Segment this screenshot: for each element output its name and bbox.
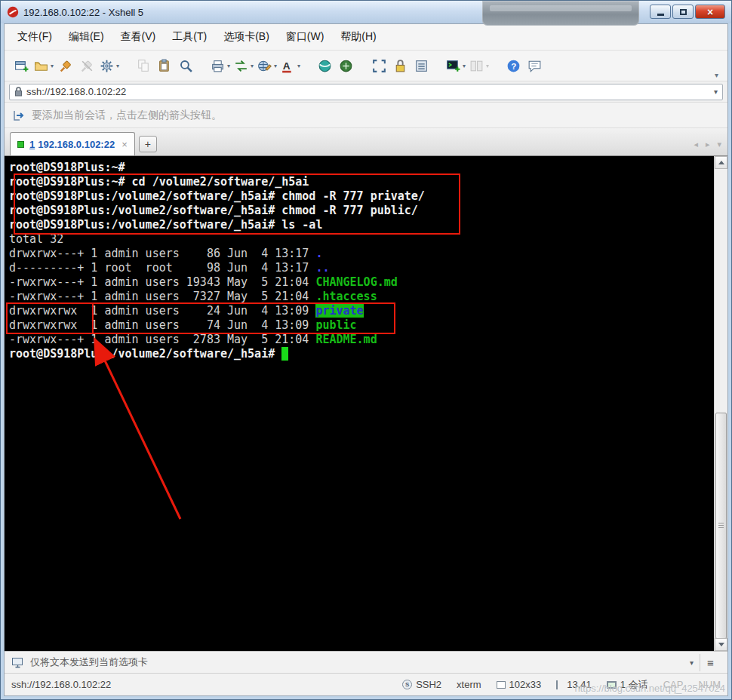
lock-icon xyxy=(14,87,23,97)
open-session-icon[interactable]: ▾ xyxy=(32,54,55,77)
scrollbar-thumb[interactable] xyxy=(715,413,727,639)
toolbar-overflow-icon[interactable]: ▾ xyxy=(712,69,721,81)
disconnect-icon xyxy=(76,54,97,77)
terminal-scrollbar[interactable] xyxy=(714,156,727,651)
fullscreen-icon[interactable] xyxy=(368,54,389,77)
dropdown-arrow-icon[interactable]: ▾ xyxy=(116,63,119,69)
tab-nav-controls: ◂ ▸ ▾ xyxy=(694,140,721,149)
tile-windows-icon: ▾ xyxy=(467,54,491,77)
terminal-line: drwxrwxrwx 1 admin users 74 Jun 4 13:09 … xyxy=(9,318,714,333)
address-dropdown-icon[interactable]: ▾ xyxy=(714,88,718,96)
dropdown-arrow-icon[interactable]: ▾ xyxy=(486,63,489,69)
terminal-text-segment: root@DS918Plus:/volume2/software/_h5ai# … xyxy=(9,189,425,203)
new-terminal-icon[interactable]: ▾ xyxy=(444,54,467,77)
terminal-text-segment: CHANGELOG.md xyxy=(315,275,397,289)
paste-icon[interactable] xyxy=(154,54,175,77)
add-session-arrow-icon[interactable] xyxy=(12,109,26,122)
close-button[interactable]: × xyxy=(695,5,725,19)
minimize-button[interactable] xyxy=(650,5,671,19)
menu-item-0[interactable]: 文件(F) xyxy=(9,27,60,47)
print-icon[interactable]: ▾ xyxy=(208,54,232,77)
new-tab-button[interactable]: + xyxy=(139,136,157,152)
copy-icon xyxy=(133,54,154,77)
sendbar-label: 仅将文本发送到当前选项卡 xyxy=(30,655,148,669)
address-bar-row: ssh://192.168.0.102:22 ▾ xyxy=(5,81,727,103)
dropdown-arrow-icon[interactable]: ▾ xyxy=(251,63,254,69)
tab-scroll-left-icon[interactable]: ◂ xyxy=(694,140,698,149)
feedback-icon[interactable] xyxy=(524,54,545,77)
statusbar-num-lock: NUM xyxy=(698,679,721,690)
scroll-down-button[interactable] xyxy=(715,638,727,651)
statusbar-protocol: S SSH2 xyxy=(402,679,441,690)
statusbar-url: ssh://192.168.0.102:22 xyxy=(11,679,111,690)
terminal-line: root@DS918Plus:/volume2/software/_h5ai# xyxy=(9,347,714,361)
dropdown-arrow-icon[interactable]: ▾ xyxy=(463,63,466,69)
terminal-cursor xyxy=(281,347,288,361)
menu-item-4[interactable]: 选项卡(B) xyxy=(215,27,278,47)
terminal-text-segment: .. xyxy=(315,261,329,275)
tab-index: 1 xyxy=(29,139,35,150)
font-icon[interactable]: A▾ xyxy=(278,54,302,77)
statusbar-caps-lock: CAP xyxy=(663,679,684,690)
statusbar: ssh://192.168.0.102:22 S SSH2 xterm 102x… xyxy=(5,673,727,695)
lock-icon[interactable] xyxy=(389,54,411,77)
scroll-up-button[interactable] xyxy=(715,156,727,169)
menu-item-5[interactable]: 窗口(W) xyxy=(278,27,333,47)
terminal-text-segment: README.md xyxy=(315,333,377,346)
terminal-line: root@DS918Plus:/volume2/software/_h5ai# … xyxy=(9,218,714,232)
statusbar-terminal-size: 102x33 xyxy=(497,679,542,690)
sendbar-dropdown-icon[interactable]: ▾ xyxy=(684,659,700,667)
dropdown-arrow-icon[interactable]: ▾ xyxy=(274,63,277,69)
keypad-icon[interactable] xyxy=(411,54,432,77)
terminal-text-segment: public xyxy=(315,318,356,332)
compose-icon[interactable]: ▾ xyxy=(255,54,278,77)
tab-scroll-right-icon[interactable]: ▸ xyxy=(706,140,710,149)
dropdown-arrow-icon[interactable]: ▾ xyxy=(297,63,300,69)
session-count-icon xyxy=(607,681,617,689)
xagent-icon[interactable] xyxy=(314,54,335,77)
find-icon[interactable] xyxy=(175,54,196,77)
cursor-position-label: 13,41 xyxy=(567,679,592,690)
terminal-line: root@DS918Plus:/volume2/software/_h5ai# … xyxy=(9,189,714,204)
menu-item-3[interactable]: 工具(T) xyxy=(164,27,215,47)
statusbar-terminal-type: xterm xyxy=(457,679,481,690)
menu-item-6[interactable]: 帮助(H) xyxy=(332,27,384,47)
infobar: 要添加当前会话，点击左侧的箭头按钮。 xyxy=(5,103,727,128)
statusbar-right: S SSH2 xterm 102x33 13,41 1 会话 CAP NUM xyxy=(402,678,721,692)
maximize-button[interactable] xyxy=(672,5,694,19)
dropdown-arrow-icon[interactable]: ▾ xyxy=(227,63,230,69)
tab-list-dropdown-icon[interactable]: ▾ xyxy=(717,140,721,149)
terminal-line: root@DS918Plus:/volume2/software/_h5ai# … xyxy=(9,204,714,218)
properties-icon[interactable]: ▾ xyxy=(97,54,121,77)
address-value: ssh://192.168.0.102:22 xyxy=(26,86,126,97)
menu-item-1[interactable]: 编辑(E) xyxy=(60,27,112,47)
session-status-indicator xyxy=(17,141,24,148)
terminal-screen[interactable]: root@DS918Plus:~#root@DS918Plus:~# cd /v… xyxy=(5,156,714,651)
terminal-line: drwxrwxrwx 1 admin users 24 Jun 4 13:09 … xyxy=(9,304,714,318)
dropdown-arrow-icon[interactable]: ▾ xyxy=(51,63,54,69)
new-session-icon[interactable] xyxy=(11,54,32,77)
screenshot-artifact xyxy=(482,1,639,26)
infobar-hint: 要添加当前会话，点击左侧的箭头按钮。 xyxy=(32,109,222,122)
connect-icon[interactable] xyxy=(55,54,76,77)
session-tab[interactable]: 1 192.168.0.102:22 × xyxy=(10,132,135,155)
terminal-line: total 32 xyxy=(9,232,714,247)
sendbar-menu-icon[interactable]: ≡ xyxy=(700,654,721,671)
address-combo[interactable]: ssh://192.168.0.102:22 ▾ xyxy=(9,84,723,100)
sendbar: 仅将文本发送到当前选项卡 ▾ ≡ xyxy=(5,651,727,673)
terminal-text-segment: private xyxy=(315,304,363,318)
terminal-text-segment: root@DS918Plus:/volume2/software/_h5ai# xyxy=(9,347,281,361)
terminal-text-segment: -rwxrwx---+ 1 admin users 2783 May 5 21:… xyxy=(9,333,315,346)
transfer-icon[interactable]: ▾ xyxy=(232,54,255,77)
protocol-icon: S xyxy=(402,680,412,689)
xftp-icon[interactable] xyxy=(335,54,356,77)
xshell-window: 192.168.0.102:22 - Xshell 5 × 文件(F)编辑(E)… xyxy=(0,0,732,700)
terminal-text-segment: .htaccess xyxy=(315,290,377,303)
session-count-label: 1 会话 xyxy=(620,678,648,692)
menu-item-2[interactable]: 查看(V) xyxy=(112,27,165,47)
terminal-text-segment: . xyxy=(315,247,322,260)
terminal-line: root@DS918Plus:~# cd /volume2/software/_… xyxy=(9,175,714,189)
tab-close-icon[interactable]: × xyxy=(121,140,128,149)
terminal-text-segment: -rwxrwx---+ 1 admin users 7327 May 5 21:… xyxy=(9,290,315,303)
help-icon[interactable]: ? xyxy=(503,54,524,77)
